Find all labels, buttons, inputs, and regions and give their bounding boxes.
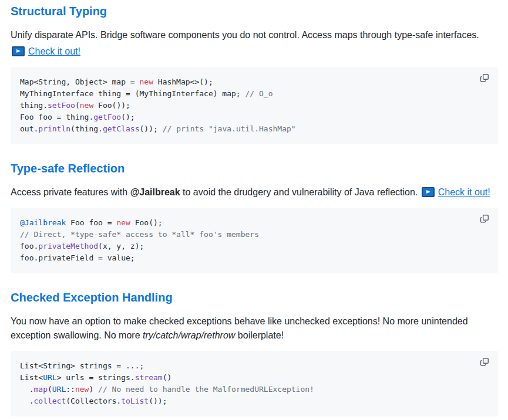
section-heading: Structural Typing bbox=[11, 4, 498, 19]
code-token: // prints "java.util.HashMap" bbox=[163, 124, 296, 133]
code-token: out. bbox=[20, 124, 38, 133]
code-token: Map<String, Object> map = bbox=[20, 77, 140, 86]
code-token: List<String> strings = ...; bbox=[20, 361, 144, 370]
copy-button[interactable] bbox=[479, 213, 490, 225]
section-checked-exception-handling: Checked Exception Handling You now have … bbox=[11, 290, 498, 416]
code-token: println bbox=[38, 124, 70, 133]
code-token: stream bbox=[135, 373, 163, 382]
code-token: (thing. bbox=[70, 124, 103, 133]
copy-button[interactable] bbox=[479, 356, 490, 368]
code-token: new bbox=[140, 77, 153, 86]
checkout-link-row: Check it out! bbox=[11, 45, 498, 59]
text-segment: Access private features with bbox=[11, 187, 130, 197]
code-block: Map<String, Object> map = new HashMap<>(… bbox=[11, 67, 498, 144]
code-token: foo.privateField = value; bbox=[20, 253, 135, 262]
section-heading: Checked Exception Handling bbox=[11, 290, 498, 305]
code-block: @Jailbreak Foo foo = new Foo(); // Direc… bbox=[11, 208, 498, 273]
readme-page: Structural Typing Unify disparate APIs. … bbox=[0, 0, 508, 416]
code-token: // Direct, *type-safe* access to *all* f… bbox=[20, 230, 259, 239]
code-token: new bbox=[75, 385, 89, 394]
text-segment: try/catch/wrap/rethrow bbox=[143, 330, 235, 340]
code-token: map bbox=[33, 385, 47, 394]
copy-icon bbox=[480, 73, 489, 83]
code-token: getFoo bbox=[93, 113, 121, 121]
code-token: new bbox=[116, 218, 130, 227]
section-paragraph: You now have an option to make checked e… bbox=[11, 314, 498, 343]
code-block: List<String> strings = ...; List<URL> ur… bbox=[11, 351, 498, 416]
code-token: Foo foo = thing. bbox=[20, 113, 93, 121]
text-segment: Unify disparate APIs. Bridge software co… bbox=[11, 30, 479, 40]
text-segment: boilerplate! bbox=[235, 330, 284, 340]
code-token: new bbox=[80, 101, 93, 110]
code-token: thing. bbox=[20, 101, 48, 110]
code-token: URL bbox=[52, 385, 66, 394]
code-token: ()); bbox=[140, 124, 163, 133]
code-token: privateMethod bbox=[38, 242, 98, 250]
code-token: collect bbox=[33, 397, 66, 405]
code-token: List< bbox=[20, 373, 43, 382]
code-token: @Jailbreak bbox=[20, 218, 66, 227]
code-token: . bbox=[20, 397, 33, 405]
copy-icon bbox=[480, 214, 489, 223]
check-it-out-link[interactable]: Check it out! bbox=[420, 187, 490, 197]
code-token: (Collectors. bbox=[66, 397, 121, 405]
section-type-safe-reflection: Type-safe Reflection Access private feat… bbox=[11, 161, 498, 273]
code-token: ) bbox=[89, 385, 98, 394]
code-token: :: bbox=[66, 385, 75, 394]
code-token: ( bbox=[75, 101, 80, 110]
section-heading: Type-safe Reflection bbox=[11, 161, 498, 176]
code-token: () bbox=[163, 373, 172, 382]
section-paragraph: Unify disparate APIs. Bridge software co… bbox=[11, 28, 498, 42]
play-triangle bbox=[426, 190, 430, 194]
code-token: foo. bbox=[20, 242, 38, 250]
code-token: HashMap<>(); bbox=[153, 77, 213, 86]
code-token: Foo foo = bbox=[66, 218, 116, 227]
code-content: List<String> strings = ...; List<URL> ur… bbox=[20, 360, 489, 407]
code-token: MyThingInterface thing = (MyThingInterfa… bbox=[20, 89, 245, 98]
code-token: Foo()); bbox=[93, 101, 130, 110]
code-token: ( bbox=[48, 385, 52, 394]
check-it-out-label: Check it out! bbox=[28, 46, 80, 56]
code-token: > urls = strings. bbox=[57, 373, 135, 382]
section-paragraph: Access private features with @Jailbreak … bbox=[11, 185, 498, 199]
text-segment: to avoid the drudgery and vulnerability … bbox=[180, 187, 420, 197]
code-content: Map<String, Object> map = new HashMap<>(… bbox=[20, 76, 489, 135]
code-token: . bbox=[20, 385, 33, 394]
code-token: ()); bbox=[149, 397, 167, 405]
check-it-out-link[interactable]: Check it out! bbox=[11, 46, 80, 56]
code-token: // No need to handle the MalformedURLExc… bbox=[98, 385, 314, 394]
copy-button[interactable] bbox=[479, 72, 490, 84]
code-token: getClass bbox=[103, 124, 140, 133]
code-token: URL bbox=[43, 373, 56, 382]
copy-icon bbox=[480, 357, 489, 367]
play-triangle bbox=[16, 49, 21, 53]
code-content: @Jailbreak Foo foo = new Foo(); // Direc… bbox=[20, 217, 489, 264]
code-token: // O_o bbox=[245, 89, 273, 98]
play-icon[interactable] bbox=[12, 46, 25, 56]
check-it-out-label: Check it out! bbox=[438, 187, 490, 197]
play-icon[interactable] bbox=[422, 187, 435, 197]
code-token: (x, y, z); bbox=[98, 242, 144, 250]
code-token: toList bbox=[121, 397, 149, 405]
code-token: setFoo bbox=[48, 101, 75, 110]
section-structural-typing: Structural Typing Unify disparate APIs. … bbox=[11, 4, 498, 144]
text-segment: @Jailbreak bbox=[130, 187, 180, 197]
code-token: (); bbox=[121, 113, 134, 121]
code-token: Foo(); bbox=[130, 218, 163, 227]
